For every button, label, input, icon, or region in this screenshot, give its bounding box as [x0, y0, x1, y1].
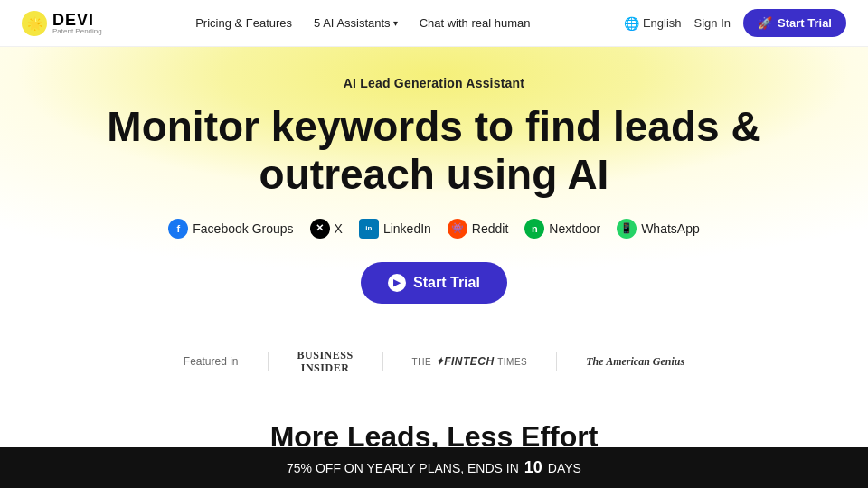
business-insider-logo: BUSINESSINSIDER: [297, 349, 354, 375]
navbar: 🌟 DEVI Patent Pending Pricing & Features…: [0, 0, 868, 47]
promo-text: 75% OFF ON YEARLY PLANS, ENDS IN: [287, 461, 519, 475]
platform-list: f Facebook Groups ✕ X in LinkedIn 👾 Redd…: [18, 219, 850, 239]
nav-chat[interactable]: Chat with real human: [420, 16, 531, 30]
hero-section: AI Lead Generation Assistant Monitor key…: [0, 47, 868, 329]
logo-name: DEVI: [52, 12, 102, 28]
hero-start-trial-button[interactable]: ▶ Start Trial: [361, 262, 507, 304]
platform-reddit: 👾 Reddit: [448, 219, 508, 239]
nav-start-trial-button[interactable]: 🚀 Start Trial: [743, 9, 846, 37]
featured-section: Featured in BUSINESSINSIDER THE ✦FINTECH…: [0, 329, 868, 391]
translate-icon: 🌐: [624, 16, 639, 31]
promo-suffix: DAYS: [548, 461, 581, 475]
platform-x: ✕ X: [310, 219, 343, 239]
reddit-icon: 👾: [448, 219, 467, 239]
divider3: [556, 352, 557, 371]
divider: [268, 352, 269, 371]
nav-pricing[interactable]: Pricing & Features: [195, 16, 292, 30]
x-icon: ✕: [310, 219, 330, 239]
language-label: English: [643, 16, 682, 30]
language-selector[interactable]: 🌐 English: [624, 16, 682, 31]
hero-title: Monitor keywords to find leads & outreac…: [95, 103, 773, 199]
platform-x-label: X: [335, 221, 343, 236]
chevron-down-icon: ▾: [393, 18, 398, 28]
nav-right: 🌐 English Sign In 🚀 Start Trial: [624, 9, 846, 37]
featured-label: Featured in: [184, 355, 239, 368]
logo[interactable]: 🌟 DEVI Patent Pending: [22, 11, 102, 36]
logo-text: DEVI Patent Pending: [52, 12, 102, 35]
platform-facebook-label: Facebook Groups: [193, 221, 293, 236]
linkedin-icon: in: [359, 219, 379, 239]
sign-in-link[interactable]: Sign In: [694, 16, 731, 30]
platform-reddit-label: Reddit: [472, 221, 508, 236]
promo-number: 10: [524, 458, 542, 477]
platform-whatsapp: 📱 WhatsApp: [617, 219, 700, 239]
divider2: [382, 352, 383, 371]
platform-linkedin-label: LinkedIn: [383, 221, 431, 236]
cta-label: Start Trial: [413, 275, 480, 291]
american-genius-logo: The American Genius: [586, 355, 684, 369]
hero-subtitle: AI Lead Generation Assistant: [18, 76, 850, 90]
platform-nextdoor: n Nextdoor: [524, 219, 600, 239]
whatsapp-icon: 📱: [617, 219, 637, 239]
logo-icon: 🌟: [22, 11, 47, 36]
fintech-times-logo: THE ✦FINTECH TIMES: [412, 355, 528, 368]
nav-links: Pricing & Features 5 AI Assistants ▾ Cha…: [195, 16, 530, 30]
nextdoor-icon: n: [524, 219, 544, 239]
rocket-icon: 🚀: [758, 16, 772, 30]
facebook-icon: f: [168, 219, 188, 239]
platform-nextdoor-label: Nextdoor: [549, 221, 600, 236]
promo-banner: 75% OFF ON YEARLY PLANS, ENDS IN 10 DAYS: [0, 447, 868, 488]
platform-linkedin: in LinkedIn: [359, 219, 431, 239]
nav-assistants[interactable]: 5 AI Assistants ▾: [314, 16, 398, 30]
platform-facebook: f Facebook Groups: [168, 219, 293, 239]
platform-whatsapp-label: WhatsApp: [641, 221, 700, 236]
play-icon: ▶: [388, 274, 406, 292]
logo-sub: Patent Pending: [52, 28, 102, 35]
